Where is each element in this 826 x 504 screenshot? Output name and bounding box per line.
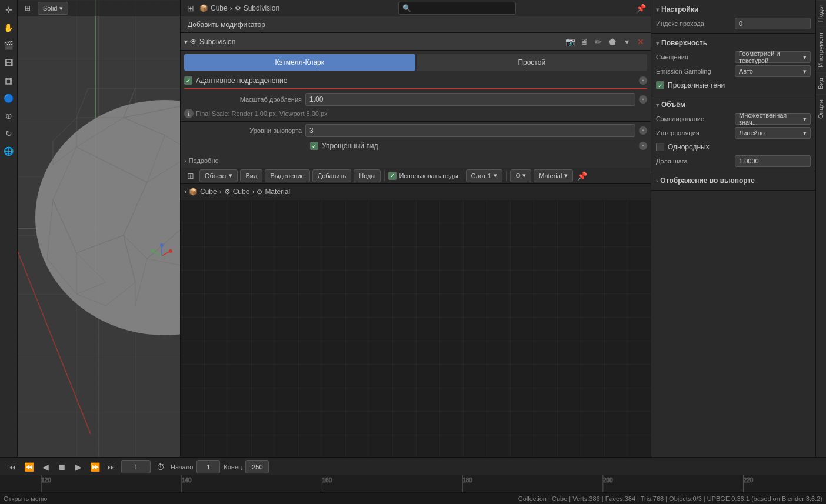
ne-view-btn[interactable]: Вид [240,169,262,182]
svg-marker-15 [124,153,180,259]
step-size-value[interactable]: 1.0000 [735,155,811,167]
subdiv-expand-icon[interactable]: ▾ [184,38,188,46]
subdivision-modifier: ▾ 👁 Subdivision 📷 🖥 ✏ ⬟ ▾ ✕ Кэтмел [181,33,651,168]
info-row: ℹ Final Scale: Render 1.00 px, Viewport … [181,107,651,120]
camera-icon[interactable]: 🎬 [2,39,15,52]
surface-arrow: ▾ [656,40,659,46]
vtab-tool[interactable]: Инструмент [816,26,826,72]
simple-button[interactable]: Простой [417,54,648,71]
constraints-icon[interactable]: 🌐 [2,145,15,158]
step-size-row: Доля шага 1.0000 [651,154,815,168]
red-annotation-line [184,88,647,89]
ne-object-dropdown[interactable]: Объект ▾ [199,169,238,182]
nb-sphere-icon: ⊙ [257,188,262,196]
jump-start-btn[interactable]: ⏮ [6,460,19,473]
simplified-checkbox[interactable] [310,142,318,150]
node-editor: ⊞ Объект ▾ Вид Выделение Добавить Ноды И… [181,168,651,457]
ne-header-icon[interactable]: ⊞ [184,169,197,182]
subdiv-realtime-icon[interactable]: 🖥 [578,35,591,48]
scale-label: Масштаб дробления [184,96,302,103]
nb-expand[interactable]: › [184,188,186,196]
ne-pin-icon[interactable]: 📌 [575,169,588,182]
svg-marker-14 [53,147,147,253]
ne-select-btn[interactable]: Выделение [265,169,309,182]
panel-header-icon[interactable]: ⊞ [184,2,197,15]
move-tool-icon[interactable]: ✋ [2,21,15,34]
render-icon[interactable]: 🎞 [2,56,15,69]
subdiv-eye-icon[interactable]: 👁 [190,38,197,46]
timeline-ruler[interactable]: 120 140 160 180 200 220 [0,475,826,492]
physics-icon[interactable]: ↻ [2,127,15,140]
display-header[interactable]: › Отображение во вьюпорте [651,173,815,188]
catmull-clark-button[interactable]: Кэтмелл-Кларк [184,54,415,71]
ne-material-dropdown[interactable]: Material ▾ [534,169,573,182]
svg-text:120: 120 [41,477,51,483]
modifier-panel-header: ⊞ 📦 Cube › ⚙ Subdivision 📌 [181,0,651,16]
adaptive-dot[interactable]: • [639,76,647,85]
ne-sphere-dropdown[interactable]: ⊙ ▾ [510,169,531,182]
viewport-icon[interactable]: ▦ [2,74,15,87]
node-editor-content[interactable]: ▾ Диффузный BSDF BSDF Цвет [181,199,651,457]
vtab-nodes[interactable]: Ноды [816,0,826,26]
subdiv-editmode-icon[interactable]: ✏ [592,35,605,48]
simplified-dot[interactable]: • [639,142,647,150]
particles-icon[interactable]: ⊕ [2,109,15,122]
viewport-levels-dot[interactable]: • [639,126,647,135]
stop-btn[interactable]: ⏹ [55,460,68,473]
breadcrumb-sep1: › [230,4,232,12]
end-label: Конец [224,463,242,470]
transparent-shadows-cb[interactable] [656,81,664,89]
subdiv-render-icon[interactable]: 📷 [564,35,577,48]
scale-value[interactable]: 1.00 [305,93,635,106]
interpolation-dropdown[interactable]: Линейно ▾ [735,127,811,139]
homogeneous-row: Однородных [651,140,815,154]
subdiv-close-btn[interactable]: ✕ [634,35,647,48]
modifier-icon[interactable]: 🔵 [2,92,15,105]
current-frame-input[interactable]: 1 [121,460,151,473]
volume-arrow: ▾ [656,102,659,108]
jump-end-btn[interactable]: ⏭ [105,460,118,473]
interpolation-row: Интерполяция Линейно ▾ [651,126,815,140]
subdiv-expand-btn[interactable]: ▾ [620,35,633,48]
ne-add-btn[interactable]: Добавить [312,169,352,182]
homogeneous-cb[interactable] [656,143,664,151]
scale-dot[interactable]: • [639,95,647,104]
pass-index-value[interactable]: 0 [735,18,811,29]
viewport-levels-value[interactable]: 3 [305,124,635,137]
svg-marker-23 [53,118,76,165]
settings-header[interactable]: ▾ Настройки [651,2,815,16]
viewport-options-icon[interactable]: ⊞ [21,2,34,15]
adaptive-checkbox[interactable] [184,76,192,85]
surface-title: Поверхность [661,39,707,47]
prev-frame-btn[interactable]: ⏪ [22,460,35,473]
play-reverse-btn[interactable]: ◀ [39,460,52,473]
add-modifier-label: Добавить модификатор [188,21,265,29]
play-btn[interactable]: ▶ [72,460,85,473]
display-arrow: › [656,178,658,184]
pin-icon[interactable]: 📌 [634,2,647,15]
vtab-options[interactable]: Опции [816,94,826,124]
sampling-dropdown[interactable]: Множественная знач... ▾ [735,113,811,125]
next-frame-btn[interactable]: ⏩ [88,460,101,473]
viewport-mode-dropdown[interactable]: Solid ▾ [38,2,68,15]
displacement-dropdown[interactable]: Геометрией и текстурой ▾ [735,51,811,63]
end-frame-input[interactable]: 250 [245,460,269,473]
breadcrumb-object: Cube [211,4,228,12]
subdiv-title-bar: ▾ 👁 Subdivision 📷 🖥 ✏ ⬟ ▾ ✕ [181,33,651,51]
settings-section: ▾ Настройки Индекс прохода 0 [651,0,815,34]
ne-nodes-btn[interactable]: Ноды [354,169,381,182]
ne-slot-dropdown[interactable]: Слот 1 ▾ [466,169,503,182]
vtab-view[interactable]: Вид [816,72,826,94]
add-modifier-button[interactable]: Добавить модификатор [181,16,651,33]
subdiv-cage-icon[interactable]: ⬟ [606,35,619,48]
ne-use-nodes-cb[interactable] [388,172,397,180]
scale-row: Масштаб дробления 1.00 • [181,92,651,107]
volume-header[interactable]: ▾ Объём [651,98,815,112]
start-frame-input[interactable]: 1 [196,460,220,473]
emission-dropdown[interactable]: Авто ▾ [735,65,811,77]
details-collapse[interactable]: › Подробно [181,153,651,168]
search-input[interactable] [398,2,516,15]
cursor-tool-icon[interactable]: ✛ [2,4,15,16]
surface-header[interactable]: ▾ Поверхность [651,36,815,50]
viewport-area[interactable]: ⊞ Solid ▾ [18,0,180,457]
